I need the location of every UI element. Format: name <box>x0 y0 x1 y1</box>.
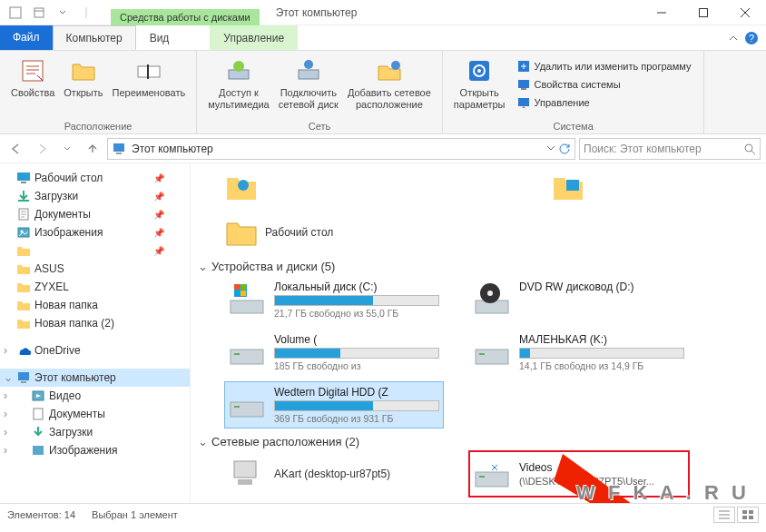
media-access-button[interactable]: Доступ к мультимедиа <box>204 54 273 112</box>
section-devices-header[interactable]: ⌄Устройства и диски (5) <box>198 260 759 273</box>
tree-documents2[interactable]: ›Документы <box>0 405 190 423</box>
folder-icon <box>225 216 258 249</box>
nav-history-dropdown[interactable] <box>56 138 78 160</box>
tree-blank-folder[interactable]: 📌 <box>0 241 190 260</box>
svg-rect-45 <box>231 350 263 364</box>
chevron-down-icon[interactable]: ⌄ <box>4 371 13 384</box>
group-system-label: Система <box>450 119 697 132</box>
svg-rect-20 <box>521 88 526 90</box>
uninstall-icon <box>516 59 531 74</box>
add-network-location-button[interactable]: Добавить сетевое расположение <box>344 54 435 112</box>
file-tab[interactable]: Файл <box>0 25 53 50</box>
qat-icon-2[interactable] <box>29 3 49 23</box>
address-bar[interactable]: Этот компьютер <box>107 138 575 160</box>
help-icon[interactable]: ? <box>744 31 759 45</box>
ribbon-tabs: Файл Компьютер Вид Управление ? <box>0 25 766 51</box>
system-properties-button[interactable]: Свойства системы <box>513 76 695 93</box>
capacity-bar <box>274 295 439 306</box>
content-pane[interactable]: Рабочий стол ⌄Устройства и диски (5) Лок… <box>191 163 766 503</box>
svg-rect-46 <box>234 353 240 355</box>
tree-asus[interactable]: ASUS <box>0 260 190 278</box>
tree-zyxel[interactable]: ZYXEL <box>0 278 190 296</box>
svg-point-24 <box>745 144 752 152</box>
ribbon-collapse-icon[interactable] <box>728 33 739 44</box>
drive-dvd[interactable]: DVD RW дисковод (D:) <box>470 277 688 322</box>
folder-partial-2[interactable] <box>552 167 606 207</box>
properties-button[interactable]: Свойства <box>7 54 58 101</box>
maximize-button[interactable] <box>683 0 724 25</box>
drive-volume[interactable]: Volume ( 185 ГБ свободно из <box>225 330 443 375</box>
section-network-header[interactable]: ⌄Сетевые расположения (2) <box>198 435 759 448</box>
svg-rect-25 <box>17 172 30 181</box>
rename-icon <box>134 56 163 85</box>
open-settings-button[interactable]: Открыть параметры <box>450 54 509 112</box>
netloc-videos-highlighted[interactable]: Videos (\\DESKTOP-UR87PT5\User... <box>470 452 688 496</box>
svg-rect-1 <box>34 8 44 17</box>
tree-video[interactable]: ›Видео <box>0 387 190 405</box>
drive-k[interactable]: МАЛЕНЬКАЯ (K:) 14,1 ГБ свободно из 14,9 … <box>470 330 688 375</box>
folder-open-icon <box>69 56 98 85</box>
manage-button[interactable]: Управление <box>513 94 695 111</box>
search-placeholder: Поиск: Этот компьютер <box>584 143 702 155</box>
svg-rect-55 <box>742 510 747 514</box>
drive-icon <box>229 333 265 369</box>
svg-point-13 <box>304 60 313 69</box>
svg-rect-52 <box>238 479 252 485</box>
tree-onedrive[interactable]: ›OneDrive <box>0 341 190 360</box>
tree-thispc[interactable]: ⌄Этот компьютер <box>0 369 190 387</box>
qat-dropdown[interactable] <box>53 3 73 23</box>
uninstall-program-button[interactable]: Удалить или изменить программу <box>513 58 695 74</box>
folder-partial-1[interactable] <box>225 167 298 207</box>
drive-wd-selected[interactable]: Wedtern Digital HDD (Z 369 ГБ свободно и… <box>225 382 443 428</box>
netloc-akart[interactable]: AKart (desktop-ur87pt5) <box>225 452 443 496</box>
nav-up-button[interactable] <box>82 138 103 160</box>
qat-separator <box>76 3 96 23</box>
close-button[interactable] <box>724 0 766 25</box>
ribbon: Свойства Открыть Переименовать Расположе… <box>0 51 766 134</box>
computer-tab[interactable]: Компьютер <box>53 25 136 50</box>
rename-button[interactable]: Переименовать <box>109 54 190 101</box>
refresh-icon[interactable] <box>558 143 571 155</box>
drive-os-icon <box>229 281 265 317</box>
tree-pictures[interactable]: Изображения📌 <box>0 223 190 241</box>
map-drive-icon <box>294 56 323 85</box>
media-icon <box>224 56 253 85</box>
tree-desktop[interactable]: Рабочий стол📌 <box>0 169 190 187</box>
open-button[interactable]: Открыть <box>60 54 106 101</box>
svg-rect-0 <box>10 7 21 18</box>
chevron-right-icon[interactable]: › <box>4 344 13 357</box>
view-tab[interactable]: Вид <box>136 25 183 50</box>
svg-rect-31 <box>21 381 26 383</box>
sysprops-icon <box>516 77 531 92</box>
pictures-icon <box>16 225 31 240</box>
pin-icon: 📌 <box>153 173 186 183</box>
tree-newfolder2[interactable]: Новая папка (2) <box>0 314 190 332</box>
nav-forward-button[interactable] <box>31 138 53 160</box>
desktop-icon <box>16 171 31 185</box>
tree-downloads2[interactable]: ›Загрузки <box>0 423 190 441</box>
svg-rect-38 <box>234 284 240 290</box>
navigation-pane[interactable]: Рабочий стол📌 Загрузки📌 Документы📌 Изобр… <box>0 163 191 503</box>
svg-rect-21 <box>518 98 529 106</box>
svg-point-14 <box>391 61 400 70</box>
nav-back-button[interactable] <box>5 138 27 160</box>
folder-desktop[interactable]: Рабочий стол <box>225 212 425 252</box>
svg-rect-54 <box>479 476 485 478</box>
minimize-button[interactable] <box>641 0 683 25</box>
search-box[interactable]: Поиск: Этот компьютер <box>579 138 761 160</box>
tree-newfolder[interactable]: Новая папка <box>0 296 190 314</box>
address-dropdown-icon[interactable] <box>545 143 556 153</box>
settings-icon <box>465 56 494 85</box>
tree-pictures2[interactable]: ›Изображения <box>0 441 190 459</box>
quick-access-toolbar <box>0 3 102 23</box>
group-location-label: Расположение <box>7 119 189 132</box>
view-details-button[interactable] <box>713 507 735 523</box>
context-tab-drive-tools[interactable]: Средства работы с дисками <box>111 9 260 25</box>
tree-downloads[interactable]: Загрузки📌 <box>0 187 190 205</box>
drive-c[interactable]: Локальный диск (C:) 21,7 ГБ свободно из … <box>225 277 443 322</box>
map-drive-button[interactable]: Подключить сетевой диск <box>275 54 342 112</box>
manage-tab[interactable]: Управление <box>210 25 298 50</box>
qat-icon-1[interactable] <box>5 3 25 23</box>
view-large-icons-button[interactable] <box>737 507 759 523</box>
tree-documents[interactable]: Документы📌 <box>0 205 190 223</box>
